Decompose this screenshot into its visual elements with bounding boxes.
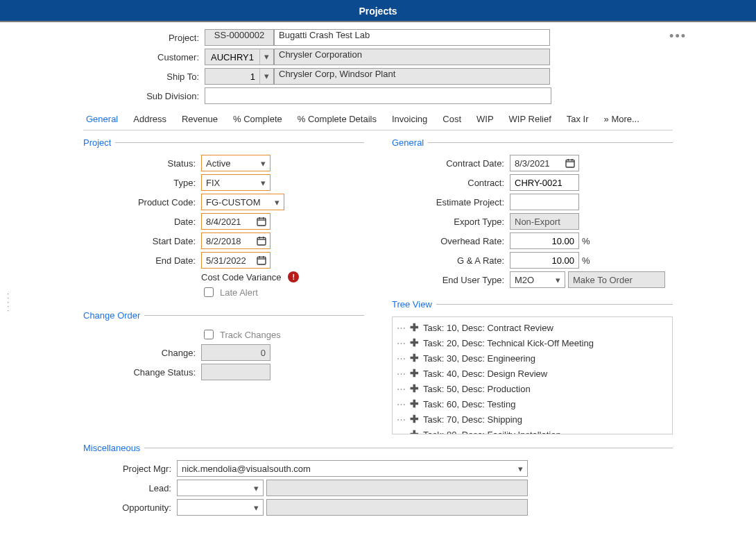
- tree-item[interactable]: ⋯✚Task: 60, Desc: Testing: [397, 396, 668, 412]
- contract-date-input[interactable]: 8/3/2021: [510, 155, 579, 171]
- tree-view[interactable]: ⋯✚Task: 10, Desc: Contract Review⋯✚Task:…: [392, 316, 673, 434]
- pct-symbol: %: [582, 236, 590, 246]
- contract-date-value: 8/3/2021: [510, 158, 562, 169]
- page-title: Projects: [0, 0, 756, 22]
- customer-code-input[interactable]: [205, 49, 259, 65]
- more-menu-icon[interactable]: •••: [669, 29, 687, 44]
- chevron-down-icon[interactable]: ▾: [249, 483, 263, 493]
- expand-icon[interactable]: ✚: [409, 398, 419, 410]
- tab-revenue[interactable]: Revenue: [182, 114, 218, 124]
- tree-item[interactable]: ⋯✚Task: 40, Desc: Design Review: [397, 366, 668, 381]
- date-input[interactable]: 8/4/2021: [201, 213, 270, 230]
- end-user-type-code: M2O: [510, 275, 551, 285]
- tree-view-section: Tree View ⋯✚Task: 10, Desc: Contract Rev…: [392, 299, 673, 434]
- project-code: SS-0000002: [205, 29, 274, 46]
- opportunity-desc: [266, 499, 528, 516]
- date-label: Date:: [83, 217, 201, 227]
- late-alert-label: Late Alert: [220, 287, 258, 298]
- shipto-code-input[interactable]: [205, 69, 259, 84]
- date-value: 8/4/2021: [202, 217, 253, 227]
- start-date-input[interactable]: 8/2/2018: [201, 232, 270, 249]
- tab-address[interactable]: Address: [133, 114, 166, 124]
- export-type-label: Export Type:: [392, 217, 510, 227]
- subdivision-input[interactable]: [205, 87, 551, 104]
- expand-icon[interactable]: ✚: [409, 382, 419, 395]
- chevron-down-icon[interactable]: ▾: [259, 69, 273, 84]
- chevron-down-icon[interactable]: ▾: [551, 275, 565, 285]
- end-date-input[interactable]: 5/31/2022: [201, 252, 270, 269]
- change-label: Change:: [83, 348, 201, 358]
- lead-select[interactable]: ▾: [177, 480, 264, 496]
- chevron-down-icon[interactable]: ▾: [259, 49, 273, 65]
- project-name-input[interactable]: Bugatti Crash Test Lab: [274, 29, 550, 46]
- calendar-icon[interactable]: [562, 155, 578, 171]
- calendar-icon[interactable]: [253, 253, 270, 268]
- customer-code-select[interactable]: ▾: [205, 49, 274, 65]
- change-order-legend: Change Order: [83, 310, 144, 321]
- calendar-icon[interactable]: [253, 214, 270, 229]
- tab-pct-complete[interactable]: % Complete: [233, 114, 282, 124]
- end-user-type-select[interactable]: M2O ▾: [510, 271, 565, 288]
- contract-input[interactable]: [510, 174, 579, 191]
- export-type-value: [510, 213, 579, 230]
- end-date-value: 5/31/2022: [202, 255, 253, 266]
- overhead-rate-input[interactable]: [510, 232, 579, 249]
- chevron-down-icon[interactable]: ▾: [256, 158, 270, 169]
- type-label: Type:: [83, 178, 201, 188]
- chevron-down-icon[interactable]: ▾: [256, 178, 270, 188]
- calendar-icon[interactable]: [253, 233, 270, 248]
- ga-rate-input[interactable]: [510, 252, 579, 269]
- general-section: General Contract Date: 8/3/2021 Contract…: [392, 137, 673, 291]
- tree-item-label: Task: 80, Desc: Facility Installation: [423, 430, 561, 435]
- product-code-select[interactable]: FG-CUSTOM ▾: [201, 194, 284, 210]
- tree-item[interactable]: ⋯✚Task: 30, Desc: Engineering: [397, 350, 668, 366]
- chevron-down-icon[interactable]: ▾: [249, 502, 263, 513]
- estimate-project-input[interactable]: [510, 194, 579, 210]
- tree-item-label: Task: 70, Desc: Shipping: [423, 414, 522, 425]
- track-changes-checkbox[interactable]: [204, 330, 214, 339]
- end-user-type-desc: [568, 271, 665, 288]
- tree-item[interactable]: ⋯✚Task: 50, Desc: Production: [397, 381, 668, 396]
- tree-connector: ⋯: [397, 338, 405, 348]
- tree-item[interactable]: ⋯✚Task: 70, Desc: Shipping: [397, 412, 668, 427]
- status-select[interactable]: Active ▾: [201, 155, 270, 171]
- cost-code-variance-label: Cost Code Variance: [201, 272, 281, 282]
- tree-item[interactable]: ⋯✚Task: 80, Desc: Facility Installation: [397, 427, 668, 434]
- expand-icon[interactable]: ✚: [409, 428, 419, 434]
- change-order-section: Change Order Track Changes Change: Chang…: [83, 310, 364, 383]
- type-value: FIX: [202, 178, 256, 188]
- tab-more[interactable]: » More...: [604, 114, 639, 124]
- tab-wip-relief[interactable]: WIP Relief: [509, 114, 551, 124]
- opportunity-select[interactable]: ▾: [177, 499, 264, 516]
- expand-icon[interactable]: ✚: [409, 352, 419, 364]
- tree-item[interactable]: ⋯✚Task: 10, Desc: Contract Review: [397, 320, 668, 335]
- expand-icon[interactable]: ✚: [409, 367, 419, 380]
- tree-item-label: Task: 30, Desc: Engineering: [423, 353, 535, 364]
- tab-tax-ir[interactable]: Tax Ir: [567, 114, 589, 124]
- chevron-down-icon[interactable]: ▾: [513, 464, 527, 474]
- warning-icon[interactable]: !: [288, 271, 299, 282]
- expand-icon[interactable]: ✚: [409, 337, 419, 349]
- tab-general[interactable]: General: [86, 114, 118, 124]
- chevron-down-icon[interactable]: ▾: [270, 197, 284, 208]
- svg-rect-8: [257, 257, 266, 264]
- late-alert-checkbox[interactable]: [204, 287, 214, 297]
- estimate-project-label: Estimate Project:: [392, 197, 510, 208]
- subdivision-label: Sub Division:: [83, 91, 205, 101]
- tree-item[interactable]: ⋯✚Task: 20, Desc: Technical Kick-Off Mee…: [397, 335, 668, 350]
- tab-pct-complete-details[interactable]: % Complete Details: [298, 114, 377, 124]
- expand-icon[interactable]: ✚: [409, 321, 419, 334]
- tab-wip[interactable]: WIP: [476, 114, 494, 124]
- tab-bar: General Address Revenue % Complete % Com…: [83, 114, 673, 130]
- pct-symbol: %: [582, 255, 590, 266]
- project-mgr-select[interactable]: nick.mendolia@visualsouth.com ▾: [177, 460, 528, 477]
- type-select[interactable]: FIX ▾: [201, 174, 270, 191]
- tab-invoicing[interactable]: Invoicing: [392, 114, 427, 124]
- misc-section: Miscellaneous Project Mgr: nick.mendolia…: [83, 443, 673, 518]
- tree-connector: ⋯: [397, 399, 405, 409]
- overhead-rate-label: Overhead Rate:: [392, 236, 510, 246]
- product-code-value: FG-CUSTOM: [202, 197, 270, 208]
- expand-icon[interactable]: ✚: [409, 413, 419, 425]
- tab-cost[interactable]: Cost: [443, 114, 461, 124]
- shipto-code-select[interactable]: ▾: [205, 68, 274, 85]
